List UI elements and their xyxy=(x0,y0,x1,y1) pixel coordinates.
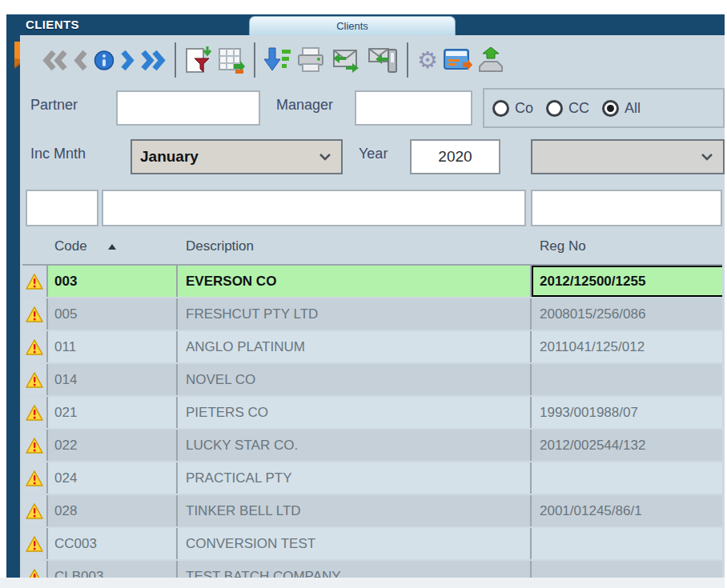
cell-description[interactable]: FRESHCUT PTY LTD xyxy=(178,298,530,330)
cell-code[interactable]: 014 xyxy=(48,364,176,395)
tray-up-arrow-icon xyxy=(478,47,504,73)
bottom-edge-strip xyxy=(0,578,727,588)
warning-icon xyxy=(26,372,43,388)
radio-all[interactable]: All xyxy=(602,100,641,117)
cell-reg-no[interactable]: 2012/002544/132 xyxy=(532,430,722,461)
warning-cell xyxy=(22,462,46,494)
cell-description[interactable]: PRACTICAL PTY xyxy=(178,462,530,494)
warning-icon xyxy=(26,470,43,486)
cell-code[interactable]: CLB003 xyxy=(48,561,176,578)
search-description-input[interactable] xyxy=(102,190,526,226)
header-description[interactable]: Description xyxy=(178,238,530,254)
cell-description[interactable]: CONVERSION TEST xyxy=(178,528,530,559)
settings-button[interactable]: ⚙ xyxy=(417,49,438,72)
filter-document-button[interactable] xyxy=(185,46,212,74)
left-frame-strip xyxy=(6,35,20,578)
table-row[interactable]: 014 NOVEL CO xyxy=(22,364,722,395)
table-row[interactable]: 024 PRACTICAL PTY xyxy=(22,462,722,494)
tab-clients[interactable]: Clients xyxy=(249,16,456,35)
cell-code[interactable]: 028 xyxy=(48,495,176,526)
search-reg-input[interactable] xyxy=(531,190,722,226)
cell-reg-no[interactable]: 2012/12500/1255 xyxy=(532,266,722,297)
cell-description[interactable]: NOVEL CO xyxy=(178,364,530,395)
cell-description[interactable]: EVERSON CO xyxy=(178,266,530,297)
radio-cc-label: CC xyxy=(568,100,589,117)
cell-description[interactable]: LUCKY STAR CO. xyxy=(178,430,530,461)
category-select[interactable] xyxy=(531,139,725,174)
table-row[interactable]: 022 LUCKY STAR CO. 2012/002544/132 xyxy=(22,430,722,461)
cell-description[interactable]: TEST BATCH COMPANY xyxy=(178,561,530,578)
radio-co[interactable]: Co xyxy=(492,100,533,117)
chevron-down-icon xyxy=(319,153,331,161)
inc-month-select[interactable]: January xyxy=(131,139,343,174)
cell-code[interactable]: 021 xyxy=(48,397,176,428)
previous-record-button[interactable] xyxy=(74,50,88,71)
table-row[interactable]: 028 TINKER BELL LTD 2001/01245/86/1 xyxy=(22,495,722,526)
printer-icon xyxy=(297,47,324,73)
toolbar-separator xyxy=(254,42,255,78)
header-code[interactable]: Code xyxy=(48,238,176,254)
search-code-input[interactable] xyxy=(26,190,98,226)
warning-cell xyxy=(22,266,46,297)
toolbar: ⚙ xyxy=(42,40,504,80)
table-row[interactable]: 021 PIETERS CO 1993/001988/07 xyxy=(22,397,722,428)
cell-description[interactable]: ANGLO PLATINUM xyxy=(178,331,530,362)
cell-description[interactable]: TINKER BELL LTD xyxy=(178,495,530,526)
warning-icon xyxy=(26,339,43,355)
import-mail-button[interactable] xyxy=(368,46,398,74)
record-info-button[interactable] xyxy=(94,50,114,71)
radio-circle-icon xyxy=(546,100,563,117)
cell-code[interactable]: CC003 xyxy=(48,528,176,559)
warning-icon xyxy=(26,274,43,290)
partner-input[interactable] xyxy=(116,90,260,126)
cell-reg-no[interactable]: 2011041/125/012 xyxy=(532,331,722,362)
last-record-button[interactable] xyxy=(140,50,166,71)
cell-code[interactable]: 024 xyxy=(48,462,176,494)
radio-co-label: Co xyxy=(515,100,533,117)
cell-code[interactable]: 003 xyxy=(48,266,176,297)
cell-reg-no[interactable] xyxy=(532,561,722,578)
print-button[interactable] xyxy=(297,47,324,73)
info-ball-icon xyxy=(94,50,114,71)
cell-description[interactable]: PIETERS CO xyxy=(178,397,530,428)
radio-cc[interactable]: CC xyxy=(546,100,589,117)
entity-type-radio-group: Co CC All xyxy=(483,88,725,128)
cell-reg-no[interactable] xyxy=(532,364,722,395)
chevron-double-right-icon xyxy=(140,50,166,71)
cell-code[interactable]: 005 xyxy=(48,298,176,330)
header-reg-no[interactable]: Reg No xyxy=(532,238,722,254)
cell-reg-no[interactable]: 1993/001988/07 xyxy=(532,397,722,428)
export-grid-button[interactable] xyxy=(218,46,245,74)
table-row[interactable]: 003 EVERSON CO 2012/12500/1255 xyxy=(22,266,722,297)
cell-reg-no[interactable] xyxy=(532,528,722,559)
clients-grid: 003 EVERSON CO 2012/12500/1255 005 FRESH… xyxy=(22,264,722,578)
radio-circle-icon xyxy=(492,100,509,117)
cell-reg-no[interactable]: 2001/01245/86/1 xyxy=(532,495,722,526)
cell-code[interactable]: 011 xyxy=(48,331,176,362)
sort-ascending-icon xyxy=(108,244,116,250)
table-row[interactable]: CC003 CONVERSION TEST xyxy=(22,528,722,559)
cell-code[interactable]: 022 xyxy=(48,430,176,461)
year-input[interactable]: 2020 xyxy=(410,139,500,174)
warning-cell xyxy=(22,331,46,362)
warning-icon xyxy=(26,536,43,552)
table-row[interactable]: 005 FRESHCUT PTY LTD 2008015/256/086 xyxy=(22,298,722,330)
cell-reg-no[interactable]: 2008015/256/086 xyxy=(532,298,722,330)
first-record-button[interactable] xyxy=(42,50,68,71)
table-row[interactable]: 011 ANGLO PLATINUM 2011041/125/012 xyxy=(22,331,722,362)
sort-list-button[interactable] xyxy=(264,46,291,74)
tab-label: Clients xyxy=(336,20,368,32)
manager-input[interactable] xyxy=(355,90,472,126)
inc-month-value: January xyxy=(140,148,199,166)
next-record-button[interactable] xyxy=(120,50,135,71)
cell-reg-no[interactable] xyxy=(532,462,722,494)
warning-cell xyxy=(22,397,46,428)
warning-icon xyxy=(26,569,43,578)
warning-icon xyxy=(26,503,43,519)
chevron-down-icon xyxy=(701,153,713,161)
form-view-button[interactable] xyxy=(444,48,472,72)
export-button[interactable] xyxy=(478,47,504,73)
email-button[interactable] xyxy=(330,47,362,73)
gear-icon: ⚙ xyxy=(417,49,438,72)
table-row[interactable]: CLB003 TEST BATCH COMPANY xyxy=(22,561,722,578)
